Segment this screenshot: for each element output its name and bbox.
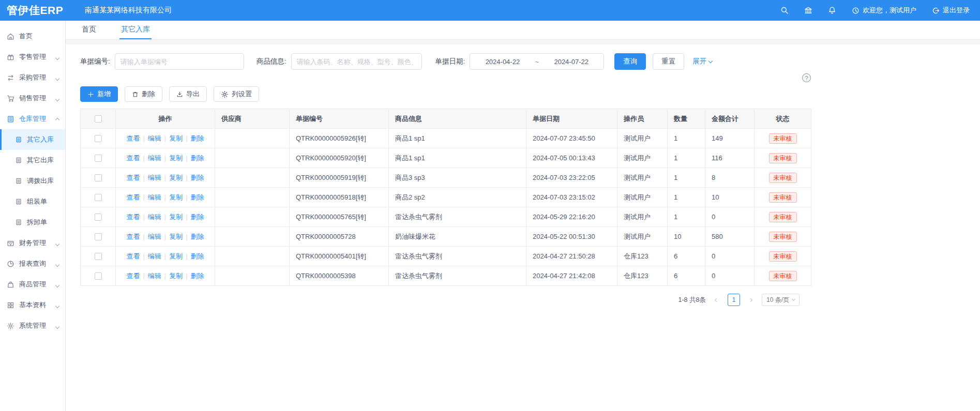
prev-page-button[interactable] bbox=[711, 294, 722, 306]
row-checkbox[interactable] bbox=[95, 194, 102, 201]
bank-icon[interactable] bbox=[804, 6, 812, 14]
logout-button[interactable]: 退出登录 bbox=[932, 6, 970, 15]
action-edit-link[interactable]: 编辑 bbox=[148, 154, 161, 162]
action-edit-link[interactable]: 编辑 bbox=[148, 134, 161, 142]
row-checkbox[interactable] bbox=[95, 174, 102, 181]
sidebar-item-other-outbound[interactable]: 其它出库 bbox=[0, 150, 65, 171]
sidebar-item-finance-mgmt[interactable]: 财务管理 bbox=[0, 233, 65, 253]
sidebar-item-sales-mgmt[interactable]: 销售管理 bbox=[0, 88, 65, 109]
action-edit-link[interactable]: 编辑 bbox=[148, 272, 161, 280]
action-copy-link[interactable]: 复制 bbox=[169, 233, 183, 240]
add-button[interactable]: 新增 bbox=[80, 86, 118, 102]
action-delete-link[interactable]: 删除 bbox=[191, 193, 204, 201]
row-checkbox[interactable] bbox=[95, 272, 102, 280]
sidebar-item-label: 零售管理 bbox=[19, 52, 46, 62]
export-button[interactable]: 导出 bbox=[169, 86, 207, 102]
reset-button[interactable]: 重置 bbox=[653, 53, 684, 70]
purchase-icon bbox=[7, 74, 14, 82]
row-checkbox[interactable] bbox=[95, 214, 102, 221]
search-icon[interactable] bbox=[780, 6, 789, 14]
action-edit-link[interactable]: 编辑 bbox=[148, 233, 161, 240]
action-delete-link[interactable]: 删除 bbox=[191, 174, 204, 181]
action-delete-link[interactable]: 删除 bbox=[191, 154, 204, 162]
topbar: 管伊佳ERP 南通某某网络科技有限公司 欢迎您，测试用户 退出登录 bbox=[0, 0, 980, 21]
cell-actions: 查看|编辑|复制|删除 bbox=[116, 207, 215, 227]
date-range-picker[interactable]: 2024-04-22 ~ 2024-07-22 bbox=[470, 53, 604, 70]
action-copy-link[interactable]: 复制 bbox=[169, 193, 183, 201]
sidebar-item-retail-mgmt[interactable]: 零售管理 bbox=[0, 47, 65, 67]
sidebar-item-system-mgmt[interactable]: 系统管理 bbox=[0, 315, 65, 336]
action-copy-link[interactable]: 复制 bbox=[169, 174, 183, 181]
action-delete-link[interactable]: 删除 bbox=[191, 233, 204, 240]
action-delete-link[interactable]: 删除 bbox=[191, 272, 204, 280]
page-size-value: 10 条/页 bbox=[766, 296, 789, 305]
action-view-link[interactable]: 查看 bbox=[126, 272, 140, 280]
cell-actions: 查看|编辑|复制|删除 bbox=[116, 247, 215, 266]
help-icon[interactable]: ? bbox=[802, 73, 811, 82]
sidebar-item-basic-data[interactable]: 基本资料 bbox=[0, 295, 65, 315]
sidebar-item-disassembly-order[interactable]: 拆卸单 bbox=[0, 212, 65, 233]
cell-status: 未审核 bbox=[755, 188, 811, 207]
sidebar-item-product-mgmt[interactable]: 商品管理 bbox=[0, 274, 65, 295]
sidebar-item-label: 销售管理 bbox=[19, 94, 46, 103]
tab-home[interactable]: 首页 bbox=[80, 21, 98, 39]
cell-qty: 1 bbox=[668, 207, 705, 227]
action-copy-link[interactable]: 复制 bbox=[169, 213, 183, 221]
table-row: 查看|编辑|复制|删除QTRK00000005398雷达杀虫气雾剂2024-04… bbox=[81, 266, 811, 286]
product-info-input[interactable] bbox=[291, 53, 422, 70]
column-settings-button[interactable]: 列设置 bbox=[214, 86, 259, 102]
action-edit-link[interactable]: 编辑 bbox=[148, 193, 161, 201]
sidebar-item-home[interactable]: 首页 bbox=[0, 26, 65, 47]
next-page-button[interactable] bbox=[745, 294, 757, 306]
action-edit-link[interactable]: 编辑 bbox=[148, 213, 161, 221]
sidebar-item-label: 首页 bbox=[19, 32, 33, 41]
action-view-link[interactable]: 查看 bbox=[126, 174, 140, 181]
action-separator: | bbox=[164, 174, 166, 181]
action-view-link[interactable]: 查看 bbox=[126, 252, 140, 260]
row-checkbox[interactable] bbox=[95, 233, 102, 240]
delete-button[interactable]: 删除 bbox=[125, 86, 162, 102]
sidebar-item-purchase-mgmt[interactable]: 采购管理 bbox=[0, 67, 65, 88]
action-view-link[interactable]: 查看 bbox=[126, 134, 140, 142]
user-welcome[interactable]: 欢迎您，测试用户 bbox=[852, 6, 916, 15]
action-delete-link[interactable]: 删除 bbox=[191, 213, 204, 221]
sidebar-item-report-query[interactable]: 报表查询 bbox=[0, 253, 65, 274]
action-copy-link[interactable]: 复制 bbox=[169, 154, 183, 162]
cell-supplier bbox=[215, 168, 290, 188]
doc-icon bbox=[15, 157, 22, 164]
select-all-checkbox[interactable] bbox=[95, 115, 102, 123]
cell-qty: 6 bbox=[668, 247, 705, 266]
action-edit-link[interactable]: 编辑 bbox=[148, 174, 161, 181]
page-size-select[interactable]: 10 条/页 bbox=[762, 294, 800, 306]
sidebar-item-warehouse-mgmt[interactable]: 仓库管理 bbox=[0, 109, 65, 129]
action-delete-link[interactable]: 删除 bbox=[191, 134, 204, 142]
action-copy-link[interactable]: 复制 bbox=[169, 134, 183, 142]
sidebar-item-assembly-order[interactable]: 组装单 bbox=[0, 191, 65, 212]
action-copy-link[interactable]: 复制 bbox=[169, 252, 183, 260]
action-view-link[interactable]: 查看 bbox=[126, 193, 140, 201]
action-delete-link[interactable]: 删除 bbox=[191, 252, 204, 260]
cell-date: 2024-07-03 23:22:05 bbox=[526, 168, 617, 188]
expand-link[interactable]: 展开 bbox=[692, 57, 712, 66]
bill-no-input[interactable] bbox=[115, 53, 244, 70]
tab-other-inbound[interactable]: 其它入库 bbox=[119, 21, 152, 39]
row-checkbox[interactable] bbox=[95, 155, 102, 162]
action-view-link[interactable]: 查看 bbox=[126, 213, 140, 221]
action-copy-link[interactable]: 复制 bbox=[169, 272, 183, 280]
cell-bill_no: QTRK00000005918[转] bbox=[290, 188, 389, 207]
sidebar-item-label: 仓库管理 bbox=[19, 114, 46, 124]
action-view-link[interactable]: 查看 bbox=[126, 154, 140, 162]
date-to-value[interactable]: 2024-07-22 bbox=[554, 58, 589, 66]
sidebar-item-transfer-outbound[interactable]: 调拨出库 bbox=[0, 171, 65, 191]
date-from-value[interactable]: 2024-04-22 bbox=[486, 58, 520, 66]
sidebar-item-other-inbound[interactable]: 其它入库 bbox=[0, 129, 65, 150]
bell-icon[interactable] bbox=[828, 6, 836, 14]
row-checkbox[interactable] bbox=[95, 135, 102, 142]
action-view-link[interactable]: 查看 bbox=[126, 233, 140, 240]
current-page[interactable]: 1 bbox=[728, 294, 740, 306]
row-checkbox[interactable] bbox=[95, 253, 102, 260]
cell-operator: 测试用户 bbox=[617, 129, 668, 148]
action-edit-link[interactable]: 编辑 bbox=[148, 252, 161, 260]
cell-operator: 测试用户 bbox=[617, 207, 668, 227]
search-button[interactable]: 查询 bbox=[614, 53, 646, 70]
